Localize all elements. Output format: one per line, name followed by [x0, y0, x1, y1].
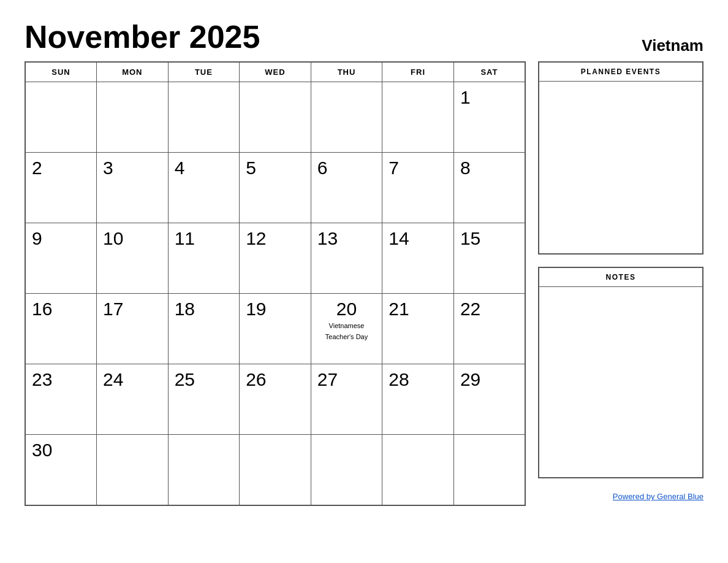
day-of-week-header: TUE [168, 62, 240, 82]
calendar-day-cell: 3 [97, 153, 169, 223]
day-number: 23 [32, 369, 90, 390]
calendar-week-row: 2345678 [25, 153, 525, 223]
day-number: 10 [103, 228, 162, 249]
day-number: 6 [317, 158, 376, 178]
calendar-day-cell: 10 [97, 223, 169, 294]
calendar-day-cell: 22 [453, 294, 525, 364]
event-text: Vietnamese Teacher's Day [325, 322, 368, 340]
day-number: 28 [389, 369, 447, 390]
day-number: 22 [460, 299, 518, 320]
powered-by: Powered by General Blue [538, 491, 703, 502]
day-number: 1 [460, 87, 518, 108]
day-number: 14 [389, 228, 447, 249]
day-number: 19 [246, 299, 305, 320]
calendar-day-cell [168, 82, 240, 153]
calendar-day-cell: 1 [453, 82, 525, 153]
calendar-day-cell [240, 82, 311, 153]
calendar-day-cell: 24 [97, 364, 169, 435]
day-number: 13 [317, 228, 376, 249]
calendar-day-cell [97, 82, 169, 153]
calendar-day-cell: 17 [97, 294, 169, 364]
calendar-section: SUNMONTUEWEDTHUFRISAT 123456789101112131… [25, 61, 526, 506]
calendar-day-cell [453, 435, 525, 505]
calendar-day-cell: 7 [382, 153, 454, 223]
calendar-week-row: 9101112131415 [25, 223, 525, 294]
calendar-day-cell [25, 82, 97, 153]
calendar-day-cell: 28 [382, 364, 454, 435]
calendar-day-cell [311, 435, 382, 505]
calendar-day-cell: 18 [168, 294, 240, 364]
day-number: 11 [175, 228, 233, 249]
calendar-day-cell [97, 435, 169, 505]
notes-box: NOTES [538, 267, 703, 478]
calendar-day-cell: 8 [453, 153, 525, 223]
calendar-table: SUNMONTUEWEDTHUFRISAT 123456789101112131… [25, 61, 526, 506]
main-layout: SUNMONTUEWEDTHUFRISAT 123456789101112131… [25, 61, 703, 506]
calendar-day-cell: 20Vietnamese Teacher's Day [311, 294, 382, 364]
calendar-day-cell: 5 [240, 153, 311, 223]
planned-events-header: PLANNED EVENTS [539, 63, 702, 82]
day-of-week-header: FRI [382, 62, 454, 82]
sidebar-section: PLANNED EVENTS NOTES Powered by General … [538, 61, 703, 502]
day-of-week-header: THU [311, 62, 382, 82]
calendar-day-cell: 13 [311, 223, 382, 294]
calendar-week-row: 1 [25, 82, 525, 153]
month-title: November 2025 [25, 18, 260, 55]
day-number: 12 [246, 228, 305, 249]
day-number: 16 [32, 299, 90, 320]
calendar-day-cell: 25 [168, 364, 240, 435]
day-number: 15 [460, 228, 518, 249]
calendar-day-cell: 27 [311, 364, 382, 435]
calendar-day-cell: 6 [311, 153, 382, 223]
day-number: 20 [317, 299, 376, 320]
calendar-day-cell: 29 [453, 364, 525, 435]
planned-events-box: PLANNED EVENTS [538, 61, 703, 255]
country-title: Vietnam [642, 36, 703, 55]
day-number: 24 [103, 369, 162, 390]
day-of-week-header: SAT [453, 62, 525, 82]
day-number: 25 [175, 369, 233, 390]
day-number: 4 [175, 158, 233, 178]
calendar-day-cell: 19 [240, 294, 311, 364]
calendar-day-cell: 30 [25, 435, 97, 505]
day-of-week-header: SUN [25, 62, 97, 82]
day-number: 26 [246, 369, 305, 390]
calendar-day-cell: 11 [168, 223, 240, 294]
day-number: 30 [32, 440, 90, 461]
planned-events-content [539, 82, 702, 253]
calendar-day-cell: 2 [25, 153, 97, 223]
calendar-day-cell: 9 [25, 223, 97, 294]
day-number: 8 [460, 158, 518, 178]
day-number: 21 [389, 299, 447, 320]
calendar-week-row: 30 [25, 435, 525, 505]
day-number: 18 [175, 299, 233, 320]
day-number: 7 [389, 158, 447, 178]
day-number: 5 [246, 158, 305, 178]
calendar-day-cell [168, 435, 240, 505]
calendar-day-cell [382, 82, 454, 153]
notes-header: NOTES [539, 268, 702, 287]
notes-content [539, 287, 702, 477]
calendar-day-cell: 12 [240, 223, 311, 294]
calendar-day-cell: 4 [168, 153, 240, 223]
calendar-week-row: 1617181920Vietnamese Teacher's Day2122 [25, 294, 525, 364]
calendar-day-cell: 14 [382, 223, 454, 294]
day-number: 29 [460, 369, 518, 390]
day-number: 2 [32, 158, 90, 178]
calendar-day-cell: 16 [25, 294, 97, 364]
day-number: 3 [103, 158, 162, 178]
calendar-day-cell [311, 82, 382, 153]
calendar-day-cell: 23 [25, 364, 97, 435]
day-number: 17 [103, 299, 162, 320]
calendar-day-cell: 26 [240, 364, 311, 435]
day-number: 27 [317, 369, 376, 390]
day-number: 9 [32, 228, 90, 249]
calendar-week-row: 23242526272829 [25, 364, 525, 435]
day-of-week-header: MON [97, 62, 169, 82]
calendar-day-cell: 15 [453, 223, 525, 294]
calendar-day-cell [382, 435, 454, 505]
calendar-day-cell: 21 [382, 294, 454, 364]
day-of-week-header: WED [240, 62, 311, 82]
calendar-day-cell [240, 435, 311, 505]
powered-by-link[interactable]: Powered by General Blue [613, 492, 703, 501]
